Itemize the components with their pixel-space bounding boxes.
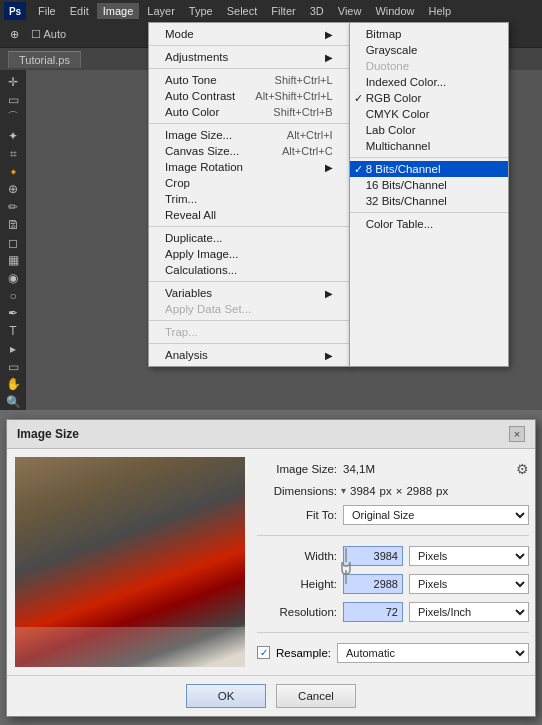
duotone-mode-item: Duotone [350,58,508,74]
text-icon[interactable]: T [3,323,23,339]
select-rect-icon[interactable]: ▭ [3,92,23,108]
resample-checkbox[interactable]: ✓ [257,646,270,659]
dim-width-value: 3984 [350,485,376,497]
shape-icon[interactable]: ▭ [3,359,23,375]
dialog-backdrop: Image Size × Image Size: 34,1M ⚙ Dimensi… [0,410,542,725]
analysis-menu-item[interactable]: Analysis ▶ [149,347,349,363]
auto-contrast-menu-item[interactable]: Auto Contrast Alt+Shift+Ctrl+L [149,88,349,104]
menu-3d[interactable]: 3D [304,3,330,19]
menu-edit[interactable]: Edit [64,3,95,19]
menu-file[interactable]: File [32,3,62,19]
photoshop-app: Ps File Edit Image Layer Type Select Fil… [0,0,542,410]
apply-image-menu-item[interactable]: Apply Image... [149,246,349,262]
dialog-body: Image Size: 34,1M ⚙ Dimensions: ▾ 3984 p… [7,449,535,675]
menu-layer[interactable]: Layer [141,3,181,19]
variables-arrow-icon: ▶ [325,288,333,299]
cmyk-color-mode-item[interactable]: CMYK Color [350,106,508,122]
dim-unit1: px [380,485,392,497]
path-select-icon[interactable]: ▸ [3,341,23,357]
hand-icon[interactable]: ✋ [3,377,23,393]
menu-select[interactable]: Select [221,3,264,19]
width-unit-select[interactable]: Pixels [409,546,529,566]
zoom-icon[interactable]: 🔍 [3,394,23,410]
menu-window[interactable]: Window [369,3,420,19]
mode-arrow-icon: ▶ [325,29,333,40]
apply-data-set-menu-item: Apply Data Set... [149,301,349,317]
doc-tab[interactable]: Tutorial.ps [8,51,81,68]
dialog-form: Image Size: 34,1M ⚙ Dimensions: ▾ 3984 p… [257,457,529,667]
fit-to-select[interactable]: Original Size [343,505,529,525]
move-tool-icon: ⊕ [6,26,23,43]
dialog-close-button[interactable]: × [509,426,525,442]
auto-color-menu-item[interactable]: Auto Color Shift+Ctrl+B [149,104,349,120]
crop-menu-item[interactable]: Crop [149,175,349,191]
dialog-titlebar: Image Size × [7,420,535,449]
adjustments-menu-item[interactable]: Adjustments ▶ [149,49,349,65]
image-rotation-menu-item[interactable]: Image Rotation ▶ [149,159,349,175]
resolution-label: Resolution: [257,606,337,618]
menu-bar: Ps File Edit Image Layer Type Select Fil… [0,0,542,22]
height-label: Height: [257,578,337,590]
gradient-icon[interactable]: ▦ [3,252,23,268]
dim-unit2: px [436,485,448,497]
eraser-icon[interactable]: ◻ [3,235,23,251]
resolution-unit-select[interactable]: Pixels/Inch [409,602,529,622]
color-table-mode-item[interactable]: Color Table... [350,216,508,232]
trim-menu-item[interactable]: Trim... [149,191,349,207]
gear-icon[interactable]: ⚙ [516,461,529,477]
image-size-label: Image Size: [257,463,337,475]
grayscale-mode-item[interactable]: Grayscale [350,42,508,58]
brush-icon[interactable]: ✏ [3,199,23,215]
8bit-mode-item[interactable]: ✓ 8 Bits/Channel [350,161,508,177]
height-row: Height: Pixels [257,574,529,594]
cancel-button[interactable]: Cancel [276,684,356,708]
image-size-menu-item[interactable]: Image Size... Alt+Ctrl+I [149,127,349,143]
resample-select[interactable]: Automatic [337,643,529,663]
reveal-all-menu-item[interactable]: Reveal All [149,207,349,223]
trap-menu-item: Trap... [149,324,349,340]
auto-checkbox[interactable]: ☐ Auto [27,26,70,43]
blur-icon[interactable]: ◉ [3,270,23,286]
canvas-size-menu-item[interactable]: Canvas Size... Alt+Ctrl+C [149,143,349,159]
32bit-mode-item[interactable]: 32 Bits/Channel [350,193,508,209]
menu-filter[interactable]: Filter [265,3,301,19]
indexed-color-mode-item[interactable]: Indexed Color... [350,74,508,90]
16bit-mode-item[interactable]: 16 Bits/Channel [350,177,508,193]
rgb-check-icon: ✓ [354,92,363,105]
rgb-color-mode-item[interactable]: ✓ RGB Color [350,90,508,106]
crop-icon[interactable]: ⌗ [3,146,23,162]
dodge-icon[interactable]: ○ [3,288,23,304]
auto-tone-menu-item[interactable]: Auto Tone Shift+Ctrl+L [149,72,349,88]
pen-icon[interactable]: ✒ [3,306,23,322]
resolution-row: Resolution: Pixels/Inch [257,602,529,622]
calculations-menu-item[interactable]: Calculations... [149,262,349,278]
lab-color-mode-item[interactable]: Lab Color [350,122,508,138]
adjustments-arrow-icon: ▶ [325,52,333,63]
ok-button[interactable]: OK [186,684,266,708]
variables-menu-item[interactable]: Variables ▶ [149,285,349,301]
resample-label: Resample: [276,647,331,659]
move-icon[interactable]: ✛ [3,74,23,90]
clone-icon[interactable]: 🖺 [3,217,23,233]
heal-icon[interactable]: ⊕ [3,182,23,198]
bitmap-mode-item[interactable]: Bitmap [350,26,508,42]
menu-image[interactable]: Image [97,3,140,19]
menu-type[interactable]: Type [183,3,219,19]
quick-select-icon[interactable]: ✦ [3,128,23,144]
lasso-icon[interactable]: ⌒ [3,109,23,126]
resolution-input[interactable] [343,602,403,622]
dimensions-label: Dimensions: [257,485,337,497]
image-size-value: 34,1M [343,463,375,475]
eyedropper-icon[interactable]: 🔸 [3,164,23,180]
mode-menu-item[interactable]: Mode ▶ [149,26,349,42]
height-unit-select[interactable]: Pixels [409,574,529,594]
dialog-preview [15,457,245,667]
menu-view[interactable]: View [332,3,368,19]
duplicate-menu-item[interactable]: Duplicate... [149,230,349,246]
resample-row: ✓ Resample: Automatic [257,643,529,663]
multichannel-mode-item[interactable]: Multichannel [350,138,508,154]
dimensions-arrow-icon[interactable]: ▾ [341,485,346,496]
menu-help[interactable]: Help [423,3,458,19]
left-toolbar: ✛ ▭ ⌒ ✦ ⌗ 🔸 ⊕ ✏ 🖺 ◻ ▦ ◉ ○ ✒ T ▸ ▭ ✋ 🔍 [0,70,26,410]
image-rotation-arrow-icon: ▶ [325,162,333,173]
